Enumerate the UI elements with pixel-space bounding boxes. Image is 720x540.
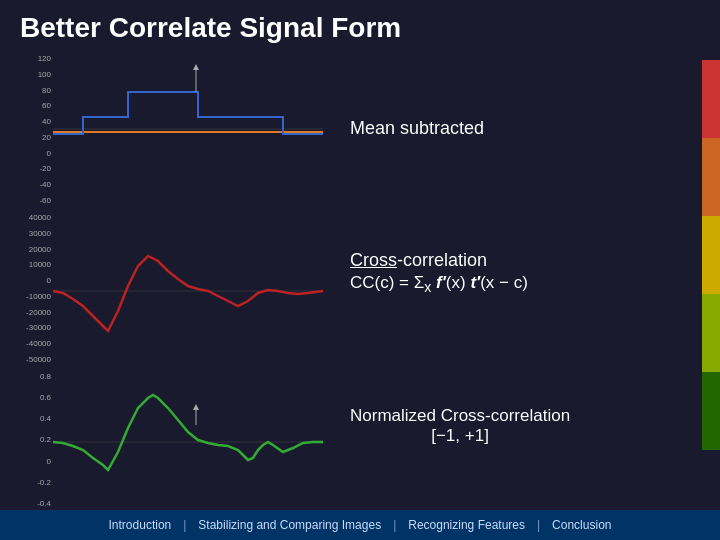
chart-top-yaxis: 1201008060 40200-20 -40-60 xyxy=(15,52,53,207)
accent-orange xyxy=(702,138,720,216)
accent-red xyxy=(702,60,720,138)
label-mean-subtracted: Mean subtracted xyxy=(350,118,690,139)
chart-mid-yaxis: 40000300002000010000 0-10000-20000-30000… xyxy=(15,211,53,366)
normalized-text: Normalized Cross-correlation [−1, +1] xyxy=(350,406,570,446)
chart-mid-svg xyxy=(53,211,323,366)
chart-top: 1201008060 40200-20 -40-60 xyxy=(15,52,330,207)
chart-bot-svg xyxy=(53,370,323,510)
svg-marker-6 xyxy=(193,404,199,410)
cross-correlation-text: CrossCross-correlation-correlation xyxy=(350,250,487,271)
formula-text: CC(c) = Σx f′(x) t′(x − c) xyxy=(350,273,528,295)
accent-lime xyxy=(702,294,720,372)
chart-bot-yaxis: 0.80.60.40.2 0-0.2-0.4 xyxy=(15,370,53,510)
nav-bar: Introduction | Stabilizing and Comparing… xyxy=(0,510,720,540)
nav-item-conclusion[interactable]: Conclusion xyxy=(540,518,623,532)
chart-mid: 40000300002000010000 0-10000-20000-30000… xyxy=(15,211,330,366)
label-cross-correlation: CrossCross-correlation-correlation CC(c)… xyxy=(350,250,690,295)
content-area: 1201008060 40200-20 -40-60 xyxy=(0,52,720,512)
mean-subtracted-text: Mean subtracted xyxy=(350,118,484,139)
page-title: Better Correlate Signal Form xyxy=(0,0,720,52)
nav-item-introduction[interactable]: Introduction xyxy=(97,518,184,532)
accent-green xyxy=(702,372,720,450)
accent-yellow xyxy=(702,216,720,294)
accent-bar xyxy=(702,60,720,450)
nav-item-stabilizing[interactable]: Stabilizing and Comparing Images xyxy=(186,518,393,532)
charts-column: 1201008060 40200-20 -40-60 xyxy=(10,52,330,512)
labels-column: Mean subtracted CrossCross-correlation-c… xyxy=(330,52,710,512)
nav-item-recognizing[interactable]: Recognizing Features xyxy=(396,518,537,532)
svg-marker-2 xyxy=(193,64,199,70)
label-normalized: Normalized Cross-correlation [−1, +1] xyxy=(350,406,690,446)
chart-bot: 0.80.60.40.2 0-0.2-0.4 xyxy=(15,370,330,510)
chart-top-svg xyxy=(53,52,323,207)
main-content: Better Correlate Signal Form 1201008060 … xyxy=(0,0,720,540)
